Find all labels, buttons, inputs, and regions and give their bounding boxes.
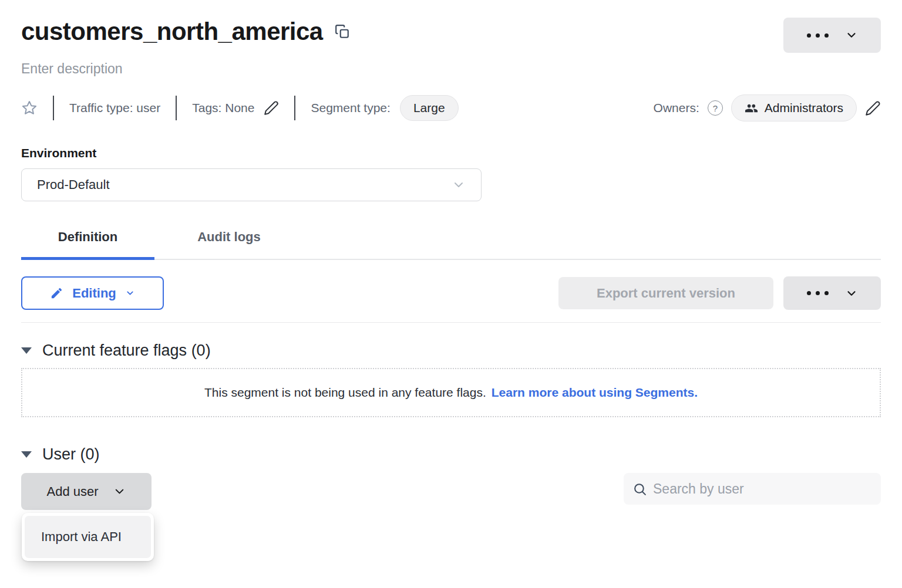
ellipsis-icon — [807, 291, 829, 295]
user-section-title: User (0) — [42, 445, 100, 464]
user-search-box[interactable] — [624, 473, 881, 505]
editing-label: Editing — [72, 286, 116, 301]
collapse-triangle-icon — [21, 451, 32, 458]
divider — [294, 96, 295, 120]
add-user-wrap: Add user Import via API — [21, 473, 152, 510]
owners-label: Owners: — [654, 101, 699, 115]
tab-audit-logs[interactable]: Audit logs — [161, 225, 297, 259]
definition-more-actions-button[interactable] — [783, 276, 881, 310]
divider — [53, 96, 54, 120]
owners-group: Owners: ? Administrators — [654, 94, 881, 121]
pencil-filled-icon — [50, 286, 63, 300]
segment-detail-page: customers_north_america Enter des — [0, 0, 902, 588]
add-user-dropdown-menu: Import via API — [22, 513, 154, 561]
owners-badge[interactable]: Administrators — [731, 94, 857, 121]
chevron-down-icon — [845, 287, 858, 300]
pencil-icon — [264, 100, 279, 116]
owners-value: Administrators — [765, 101, 843, 115]
learn-more-link[interactable]: Learn more about using Segments. — [492, 386, 698, 400]
segment-type-badge: Large — [400, 95, 459, 121]
menu-item-import-via-api[interactable]: Import via API — [25, 516, 151, 558]
tab-definition[interactable]: Definition — [21, 225, 154, 259]
environment-selected-value: Prod-Default — [37, 177, 110, 192]
page-title: customers_north_america — [21, 18, 323, 46]
search-by-user-input[interactable] — [653, 481, 872, 497]
add-user-label: Add user — [46, 484, 98, 499]
chevron-down-icon — [113, 485, 126, 498]
star-icon — [21, 100, 38, 116]
tab-bar: Definition Audit logs — [21, 225, 881, 260]
header-more-actions-button[interactable] — [783, 18, 881, 53]
segment-type-group: Segment type: Large — [311, 95, 458, 121]
user-row: Add user Import via API — [21, 473, 881, 510]
editing-mode-button[interactable]: Editing — [21, 276, 164, 310]
tags-group: Tags: None — [192, 100, 279, 116]
feature-flags-section-header[interactable]: Current feature flags (0) — [21, 342, 881, 360]
action-row: Editing Export current version — [21, 276, 881, 310]
copy-name-button[interactable] — [335, 24, 350, 39]
chevron-down-icon — [452, 178, 466, 192]
copy-icon — [335, 24, 350, 39]
edit-tags-button[interactable] — [264, 100, 279, 116]
people-icon — [745, 102, 758, 115]
segment-type-label: Segment type: — [311, 101, 390, 115]
ellipsis-icon — [807, 33, 829, 38]
description-field[interactable]: Enter description — [21, 61, 881, 77]
meta-row: Traffic type: user Tags: None Segment ty… — [21, 94, 881, 121]
right-actions: Export current version — [558, 276, 881, 310]
feature-flags-section-title: Current feature flags (0) — [42, 342, 211, 360]
edit-owners-button[interactable] — [865, 100, 881, 116]
meta-left: Traffic type: user Tags: None Segment ty… — [21, 95, 459, 121]
title-wrap: customers_north_america — [21, 18, 350, 46]
header: customers_north_america — [21, 0, 881, 53]
chevron-down-icon — [125, 288, 135, 298]
pencil-icon — [865, 100, 881, 116]
divider — [176, 96, 177, 120]
environment-label: Environment — [21, 146, 881, 160]
collapse-triangle-icon — [21, 347, 32, 354]
favorite-star-button[interactable] — [21, 100, 38, 116]
environment-select[interactable]: Prod-Default — [21, 168, 482, 201]
help-question-icon[interactable]: ? — [708, 100, 723, 116]
tags-label: Tags: None — [192, 101, 254, 115]
chevron-down-icon — [845, 29, 858, 42]
search-icon — [632, 482, 647, 496]
feature-flags-empty-state: This segment is not being used in any fe… — [21, 368, 881, 417]
divider — [21, 322, 881, 323]
traffic-type-label: Traffic type: user — [69, 101, 160, 115]
export-current-version-button[interactable]: Export current version — [558, 277, 773, 309]
feature-flags-empty-message: This segment is not being used in any fe… — [204, 386, 486, 400]
add-user-button[interactable]: Add user — [21, 473, 152, 510]
user-section-header[interactable]: User (0) — [21, 445, 881, 464]
